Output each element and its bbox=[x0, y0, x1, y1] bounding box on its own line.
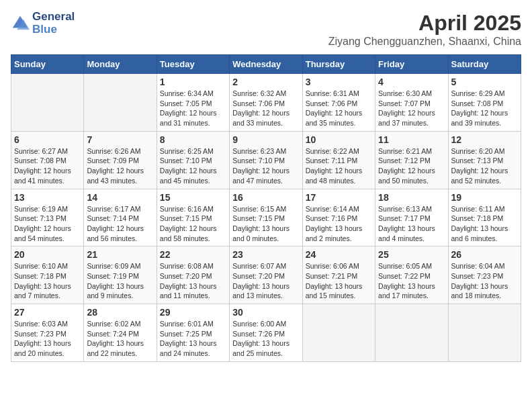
calendar-cell: 15Sunrise: 6:16 AM Sunset: 7:15 PM Dayli… bbox=[157, 189, 229, 246]
calendar-cell: 26Sunrise: 6:04 AM Sunset: 7:23 PM Dayli… bbox=[448, 246, 521, 304]
day-number: 4 bbox=[378, 77, 445, 87]
calendar-week-row: 1Sunrise: 6:34 AM Sunset: 7:05 PM Daylig… bbox=[11, 74, 521, 132]
weekday-header: Tuesday bbox=[157, 55, 229, 74]
day-detail: Sunrise: 6:27 AM Sunset: 7:08 PM Dayligh… bbox=[14, 146, 81, 186]
day-detail: Sunrise: 6:22 AM Sunset: 7:11 PM Dayligh… bbox=[306, 146, 372, 186]
weekday-header-row: SundayMondayTuesdayWednesdayThursdayFrid… bbox=[11, 55, 521, 74]
day-detail: Sunrise: 6:20 AM Sunset: 7:13 PM Dayligh… bbox=[451, 146, 518, 186]
logo-text-line1: General bbox=[32, 11, 75, 24]
day-detail: Sunrise: 6:34 AM Sunset: 7:05 PM Dayligh… bbox=[160, 89, 226, 128]
day-number: 7 bbox=[87, 134, 153, 145]
calendar-week-row: 20Sunrise: 6:10 AM Sunset: 7:18 PM Dayli… bbox=[11, 246, 521, 304]
day-detail: Sunrise: 6:05 AM Sunset: 7:22 PM Dayligh… bbox=[378, 261, 445, 301]
calendar-cell: 18Sunrise: 6:13 AM Sunset: 7:17 PM Dayli… bbox=[375, 189, 448, 246]
calendar-cell: 27Sunrise: 6:03 AM Sunset: 7:23 PM Dayli… bbox=[11, 304, 84, 362]
logo-icon bbox=[11, 14, 30, 33]
day-detail: Sunrise: 6:17 AM Sunset: 7:14 PM Dayligh… bbox=[87, 204, 153, 244]
calendar-cell bbox=[302, 304, 375, 362]
day-number: 10 bbox=[306, 134, 372, 145]
day-number: 13 bbox=[14, 192, 81, 203]
day-detail: Sunrise: 6:31 AM Sunset: 7:06 PM Dayligh… bbox=[306, 89, 372, 128]
day-detail: Sunrise: 6:02 AM Sunset: 7:24 PM Dayligh… bbox=[87, 319, 153, 359]
calendar-cell: 14Sunrise: 6:17 AM Sunset: 7:14 PM Dayli… bbox=[84, 189, 157, 246]
logo-text-line2: Blue bbox=[32, 24, 75, 36]
calendar-cell: 8Sunrise: 6:25 AM Sunset: 7:10 PM Daylig… bbox=[157, 131, 229, 189]
calendar-cell: 3Sunrise: 6:31 AM Sunset: 7:06 PM Daylig… bbox=[302, 74, 375, 132]
calendar-cell: 10Sunrise: 6:22 AM Sunset: 7:11 PM Dayli… bbox=[302, 131, 375, 189]
calendar-cell bbox=[11, 74, 84, 132]
calendar-week-row: 27Sunrise: 6:03 AM Sunset: 7:23 PM Dayli… bbox=[11, 304, 521, 362]
day-detail: Sunrise: 6:07 AM Sunset: 7:20 PM Dayligh… bbox=[232, 261, 299, 301]
day-number: 16 bbox=[232, 192, 299, 203]
weekday-header: Thursday bbox=[302, 55, 375, 74]
day-number: 20 bbox=[14, 249, 81, 260]
day-detail: Sunrise: 6:30 AM Sunset: 7:07 PM Dayligh… bbox=[378, 89, 445, 128]
day-detail: Sunrise: 6:00 AM Sunset: 7:26 PM Dayligh… bbox=[232, 319, 299, 359]
calendar-week-row: 6Sunrise: 6:27 AM Sunset: 7:08 PM Daylig… bbox=[11, 131, 521, 189]
weekday-header: Sunday bbox=[11, 55, 84, 74]
day-number: 12 bbox=[451, 134, 518, 145]
day-detail: Sunrise: 6:15 AM Sunset: 7:15 PM Dayligh… bbox=[232, 204, 299, 244]
calendar-cell: 9Sunrise: 6:23 AM Sunset: 7:10 PM Daylig… bbox=[230, 131, 302, 189]
calendar-cell: 25Sunrise: 6:05 AM Sunset: 7:22 PM Dayli… bbox=[375, 246, 448, 304]
logo: General Blue bbox=[11, 11, 75, 36]
calendar-cell: 4Sunrise: 6:30 AM Sunset: 7:07 PM Daylig… bbox=[375, 74, 448, 132]
day-detail: Sunrise: 6:29 AM Sunset: 7:08 PM Dayligh… bbox=[451, 89, 518, 128]
day-number: 19 bbox=[451, 192, 518, 203]
day-detail: Sunrise: 6:06 AM Sunset: 7:21 PM Dayligh… bbox=[306, 261, 372, 301]
calendar-cell: 20Sunrise: 6:10 AM Sunset: 7:18 PM Dayli… bbox=[11, 246, 84, 304]
day-number: 23 bbox=[232, 249, 299, 260]
day-number: 3 bbox=[306, 77, 372, 87]
day-detail: Sunrise: 6:32 AM Sunset: 7:06 PM Dayligh… bbox=[232, 89, 299, 128]
calendar-cell: 5Sunrise: 6:29 AM Sunset: 7:08 PM Daylig… bbox=[448, 74, 521, 132]
day-detail: Sunrise: 6:19 AM Sunset: 7:13 PM Dayligh… bbox=[14, 204, 81, 244]
calendar-cell: 17Sunrise: 6:14 AM Sunset: 7:16 PM Dayli… bbox=[302, 189, 375, 246]
calendar-cell: 16Sunrise: 6:15 AM Sunset: 7:15 PM Dayli… bbox=[230, 189, 302, 246]
day-number: 21 bbox=[87, 249, 153, 260]
weekday-header: Saturday bbox=[448, 55, 521, 74]
day-detail: Sunrise: 6:01 AM Sunset: 7:25 PM Dayligh… bbox=[160, 319, 226, 359]
day-number: 5 bbox=[451, 77, 518, 87]
day-detail: Sunrise: 6:03 AM Sunset: 7:23 PM Dayligh… bbox=[14, 319, 81, 359]
calendar-cell: 22Sunrise: 6:08 AM Sunset: 7:20 PM Dayli… bbox=[157, 246, 229, 304]
day-number: 22 bbox=[160, 249, 226, 260]
calendar-cell: 11Sunrise: 6:21 AM Sunset: 7:12 PM Dayli… bbox=[375, 131, 448, 189]
day-number: 24 bbox=[306, 249, 372, 260]
day-detail: Sunrise: 6:04 AM Sunset: 7:23 PM Dayligh… bbox=[451, 261, 518, 301]
day-number: 17 bbox=[306, 192, 372, 203]
calendar-cell: 29Sunrise: 6:01 AM Sunset: 7:25 PM Dayli… bbox=[157, 304, 229, 362]
day-number: 6 bbox=[14, 134, 81, 145]
calendar-cell: 2Sunrise: 6:32 AM Sunset: 7:06 PM Daylig… bbox=[230, 74, 302, 132]
day-number: 26 bbox=[451, 249, 518, 260]
day-number: 27 bbox=[14, 307, 81, 318]
day-number: 25 bbox=[378, 249, 445, 260]
day-number: 14 bbox=[87, 192, 153, 203]
day-number: 18 bbox=[378, 192, 445, 203]
calendar-cell: 21Sunrise: 6:09 AM Sunset: 7:19 PM Dayli… bbox=[84, 246, 157, 304]
calendar-cell: 24Sunrise: 6:06 AM Sunset: 7:21 PM Dayli… bbox=[302, 246, 375, 304]
calendar-cell: 19Sunrise: 6:11 AM Sunset: 7:18 PM Dayli… bbox=[448, 189, 521, 246]
day-detail: Sunrise: 6:14 AM Sunset: 7:16 PM Dayligh… bbox=[306, 204, 372, 244]
day-number: 8 bbox=[160, 134, 226, 145]
calendar-cell: 1Sunrise: 6:34 AM Sunset: 7:05 PM Daylig… bbox=[157, 74, 229, 132]
day-detail: Sunrise: 6:08 AM Sunset: 7:20 PM Dayligh… bbox=[160, 261, 226, 301]
day-detail: Sunrise: 6:09 AM Sunset: 7:19 PM Dayligh… bbox=[87, 261, 153, 301]
day-detail: Sunrise: 6:23 AM Sunset: 7:10 PM Dayligh… bbox=[232, 146, 299, 186]
day-number: 9 bbox=[232, 134, 299, 145]
day-detail: Sunrise: 6:11 AM Sunset: 7:18 PM Dayligh… bbox=[451, 204, 518, 244]
calendar-cell bbox=[375, 304, 448, 362]
day-detail: Sunrise: 6:16 AM Sunset: 7:15 PM Dayligh… bbox=[160, 204, 226, 244]
day-detail: Sunrise: 6:13 AM Sunset: 7:17 PM Dayligh… bbox=[378, 204, 445, 244]
calendar-cell: 7Sunrise: 6:26 AM Sunset: 7:09 PM Daylig… bbox=[84, 131, 157, 189]
day-number: 11 bbox=[378, 134, 445, 145]
calendar-cell: 6Sunrise: 6:27 AM Sunset: 7:08 PM Daylig… bbox=[11, 131, 84, 189]
calendar-week-row: 13Sunrise: 6:19 AM Sunset: 7:13 PM Dayli… bbox=[11, 189, 521, 246]
calendar-table: SundayMondayTuesdayWednesdayThursdayFrid… bbox=[11, 54, 521, 362]
day-number: 30 bbox=[232, 307, 299, 318]
day-detail: Sunrise: 6:26 AM Sunset: 7:09 PM Dayligh… bbox=[87, 146, 153, 186]
day-detail: Sunrise: 6:10 AM Sunset: 7:18 PM Dayligh… bbox=[14, 261, 81, 301]
day-number: 2 bbox=[232, 77, 299, 87]
calendar-cell: 30Sunrise: 6:00 AM Sunset: 7:26 PM Dayli… bbox=[230, 304, 302, 362]
weekday-header: Friday bbox=[375, 55, 448, 74]
calendar-cell: 13Sunrise: 6:19 AM Sunset: 7:13 PM Dayli… bbox=[11, 189, 84, 246]
